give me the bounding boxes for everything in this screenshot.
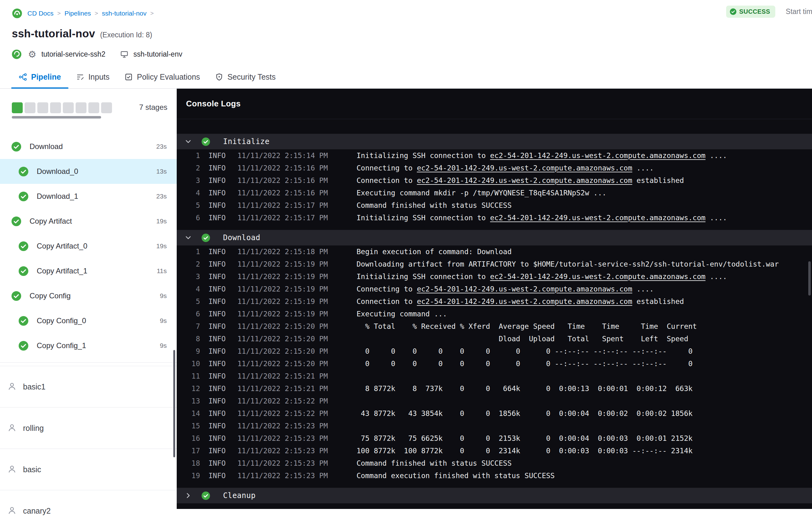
log-section-name: Initialize <box>223 137 270 146</box>
page-header: CD Docs > Pipelines > ssh-tutorial-nov >… <box>0 0 812 89</box>
breadcrumb-separator: > <box>95 10 98 17</box>
log-line: 17INFO11/11/2022 2:15:23 PM100 8772k 100… <box>177 444 812 457</box>
stage-progress-segment[interactable] <box>76 102 86 113</box>
stage-duration: 9s <box>160 292 167 300</box>
stage-item-copy-artifact-0[interactable]: Copy Artifact_019s <box>0 234 177 259</box>
log-link[interactable]: ec2-54-201-142-249.us-west-2.compute.ama… <box>417 176 632 184</box>
stage-item-basic[interactable]: basic <box>0 448 177 490</box>
stage-item-copy-config-0[interactable]: Copy Config_09s <box>0 308 177 333</box>
stage-duration: 23s <box>156 143 167 150</box>
log-level: INFO <box>208 370 237 382</box>
log-link[interactable]: ec2-54-201-142-249.us-west-2.compute.ama… <box>490 152 705 160</box>
stage-label: Copy Config <box>29 292 70 300</box>
stage-progress-segment[interactable] <box>50 102 61 113</box>
stage-item-copy-config[interactable]: Copy Config9s <box>0 283 177 308</box>
stage-list: Download23sDownload_013sDownload_123sCop… <box>0 134 177 363</box>
log-message: Connecting to ec2-54-201-142-249.us-west… <box>357 162 654 174</box>
stage-progress-segment[interactable] <box>88 102 99 113</box>
stage-type-icon <box>7 423 17 433</box>
stage-item-canary2[interactable]: canary2 <box>0 490 177 522</box>
stage-item-copy-config-1[interactable]: Copy Config_19s <box>0 333 177 358</box>
log-timestamp: 11/11/2022 2:15:18 PM <box>237 245 357 258</box>
log-link[interactable]: ec2-54-201-142-249.us-west-2.compute.ama… <box>417 164 632 172</box>
stage-duration: 11s <box>157 267 167 275</box>
success-check-icon <box>19 192 28 201</box>
log-timestamp: 11/11/2022 2:15:19 PM <box>237 283 357 295</box>
stage-item-basic1[interactable]: basic1 <box>0 366 177 407</box>
log-line: 2INFO11/11/2022 2:15:19 PMDownloading ar… <box>177 258 812 270</box>
stage-label: Download_1 <box>37 192 78 201</box>
stage-duration: 9s <box>160 342 167 349</box>
log-line-number: 5 <box>177 199 200 212</box>
stage-item-copy-artifact-1[interactable]: Copy Artifact_111s <box>0 259 177 283</box>
sidebar-scrollbar[interactable] <box>173 350 175 457</box>
breadcrumb-link-cd-docs[interactable]: CD Docs <box>27 9 54 17</box>
success-check-icon <box>12 291 21 301</box>
log-line: 15INFO11/11/2022 2:15:23 PM <box>177 420 812 432</box>
log-message: Initializing SSH connection to ec2-54-20… <box>357 212 727 224</box>
success-check-icon <box>191 234 210 242</box>
stage-item-download-1[interactable]: Download_123s <box>0 184 177 209</box>
stage-progress-bar[interactable] <box>12 116 101 119</box>
stage-progress-segment[interactable] <box>12 102 23 113</box>
stage-label: Copy Artifact <box>29 217 72 225</box>
log-section-header-download[interactable]: Download <box>177 230 812 245</box>
service-name[interactable]: tutorial-service-ssh2 <box>41 50 105 59</box>
log-level: INFO <box>208 174 237 187</box>
cd-module-icon <box>12 49 22 59</box>
log-line: 8INFO11/11/2022 2:15:20 PM Dload Upload … <box>177 333 812 345</box>
chevron-down-icon[interactable] <box>185 234 191 241</box>
tab-pipeline[interactable]: Pipeline <box>11 73 68 88</box>
stage-item-download-0[interactable]: Download_013s <box>0 159 177 184</box>
log-message: Command execution finished with status S… <box>357 469 555 482</box>
log-timestamp: 11/11/2022 2:15:17 PM <box>237 212 357 224</box>
log-level: INFO <box>208 149 237 162</box>
log-section-header-cleanup[interactable]: Cleanup <box>177 488 812 503</box>
log-timestamp: 11/11/2022 2:15:19 PM <box>237 270 357 283</box>
environment-name[interactable]: ssh-tutorial-env <box>134 50 182 59</box>
stage-item-rolling[interactable]: rolling <box>0 407 177 448</box>
log-timestamp: 11/11/2022 2:15:23 PM <box>237 432 357 444</box>
log-line-number: 15 <box>177 420 200 432</box>
log-section-header-initialize[interactable]: Initialize <box>177 134 812 149</box>
console-scrollbar[interactable] <box>808 261 811 296</box>
log-link[interactable]: ec2-54-201-142-249.us-west-2.compute.ama… <box>417 285 632 293</box>
gear-icon[interactable]: ⚙ <box>28 50 36 59</box>
log-section-name: Download <box>223 233 260 242</box>
log-line-number: 13 <box>177 395 200 407</box>
chevron-down-icon[interactable] <box>185 138 191 145</box>
stage-item-copy-artifact[interactable]: Copy Artifact19s <box>0 209 177 234</box>
log-message: Initializing SSH connection to ec2-54-20… <box>357 149 727 162</box>
stage-type-icon <box>7 464 17 475</box>
tab-inputs[interactable]: Inputs <box>68 73 117 88</box>
tab-policy-evaluations[interactable]: Policy Evaluations <box>117 73 207 88</box>
log-message: Connection to ec2-54-201-142-249.us-west… <box>357 295 684 308</box>
log-link[interactable]: ec2-54-201-142-249.us-west-2.compute.ama… <box>490 214 705 222</box>
stage-progress-segment[interactable] <box>37 102 48 113</box>
log-line: 10INFO11/11/2022 2:15:20 PM 0 0 0 0 0 0 … <box>177 358 812 370</box>
breadcrumb-link-pipeline-name[interactable]: ssh-tutorial-nov <box>102 9 146 17</box>
log-line-number: 2 <box>177 162 200 174</box>
log-timestamp: 11/11/2022 2:15:23 PM <box>237 444 357 457</box>
stage-progress-segment[interactable] <box>25 102 36 113</box>
stage-label: canary2 <box>23 506 51 516</box>
stage-label: Copy Artifact_1 <box>37 267 87 275</box>
stage-progress-segment[interactable] <box>63 102 74 113</box>
log-link[interactable]: ec2-54-201-142-249.us-west-2.compute.ama… <box>490 273 705 281</box>
stage-progress-segment[interactable] <box>101 102 112 113</box>
stage-type-icon <box>7 382 17 392</box>
tab-security-tests[interactable]: Security Tests <box>207 73 283 88</box>
execution-id: (Execution Id: 8) <box>100 31 152 39</box>
log-level: INFO <box>208 382 237 395</box>
start-time-label: Start time <box>786 7 812 16</box>
success-check-icon <box>19 316 28 326</box>
log-line-number: 1 <box>177 245 200 258</box>
breadcrumb-link-pipelines[interactable]: Pipelines <box>64 9 91 17</box>
chevron-right-icon[interactable] <box>185 492 191 499</box>
log-section-download: Download1INFO11/11/2022 2:15:18 PMBegin … <box>177 230 812 482</box>
log-message: Connecting to ec2-54-201-142-249.us-west… <box>357 283 654 295</box>
log-link[interactable]: ec2-54-201-142-249.us-west-2.compute.ama… <box>417 297 632 305</box>
log-line-number: 18 <box>177 457 200 469</box>
stage-item-download[interactable]: Download23s <box>0 134 177 159</box>
log-level: INFO <box>208 245 237 258</box>
